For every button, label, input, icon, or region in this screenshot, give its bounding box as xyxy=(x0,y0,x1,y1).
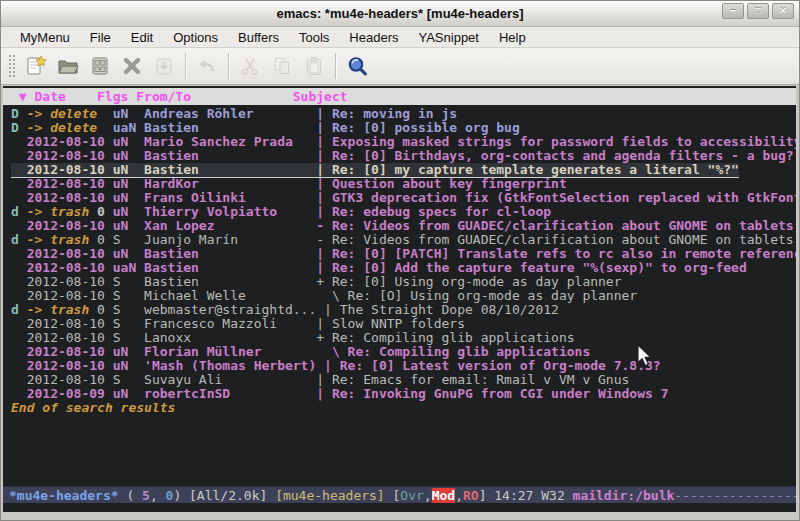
minimize-button[interactable]: – xyxy=(722,3,744,19)
message-row-text: 2012-08-10 S Bastien + Re: [0] Using org… xyxy=(11,274,622,289)
message-row[interactable]: D -> delete uN Andreas Röhler | Re: movi… xyxy=(11,107,796,121)
date-field: 2012-08-10 xyxy=(27,316,105,331)
flags-field: uaN xyxy=(113,260,144,275)
open-file-button[interactable] xyxy=(52,51,84,81)
from-field: Bastien xyxy=(144,246,316,261)
modeline-segment-plain: [ xyxy=(385,488,401,503)
menu-item-help[interactable]: Help xyxy=(490,28,535,47)
flags-field: uN xyxy=(113,386,144,401)
toolbar-drag-handle[interactable] xyxy=(7,53,16,79)
from-field: Mario Sanchez Prada xyxy=(144,134,316,149)
date-field: 2012-08-10 xyxy=(27,246,105,261)
mark-char: d xyxy=(11,204,27,219)
message-row[interactable]: d -> trash 0 S Juanjo Marín - Re: Videos… xyxy=(11,233,796,247)
menu-item-options[interactable]: Options xyxy=(164,28,227,47)
message-row[interactable]: D -> delete uaN Bastien | Re: [0] possib… xyxy=(11,121,796,135)
flags-field: S xyxy=(113,330,144,345)
date-pad xyxy=(105,274,113,289)
date-field: 2012-08-10 xyxy=(27,288,105,303)
undo-button xyxy=(191,51,223,81)
message-row-text: 2012-08-10 S Suvayu Ali | Re: Emacs for … xyxy=(11,372,629,387)
date-pad xyxy=(105,148,113,163)
message-row[interactable]: d -> trash 0 S webmaster@straightd... | … xyxy=(11,303,796,317)
message-row[interactable]: 2012-08-10 uaN Bastien | Re: [0] Add the… xyxy=(11,261,796,275)
date-pad: 0 xyxy=(89,232,112,247)
from-field: Juanjo Marín xyxy=(144,232,316,247)
flags-field: uN xyxy=(113,148,144,163)
paste-icon xyxy=(303,55,325,77)
message-row[interactable]: 2012-08-10 uN 'Mash (Thomas Herbert) | R… xyxy=(11,359,796,373)
save-buffer-button[interactable] xyxy=(84,51,116,81)
subject-field: Re: [O] Using org-mode as day planner xyxy=(348,288,638,303)
flags-field: uN xyxy=(113,106,144,121)
menu-item-headers[interactable]: Headers xyxy=(340,28,407,47)
subject-field: Re: [0] [PATCH] Translate refs to rc als… xyxy=(332,246,796,261)
menu-item-file[interactable]: File xyxy=(81,28,120,47)
menu-item-edit[interactable]: Edit xyxy=(122,28,162,47)
close-buffer-button[interactable] xyxy=(116,51,148,81)
message-row-text: 2012-08-09 uN robertcInSD | Re: Invoking… xyxy=(11,386,668,401)
message-row[interactable]: 2012-08-10 uN Bastien | Re: [0] my captu… xyxy=(11,163,796,177)
close-button[interactable]: × xyxy=(772,3,794,19)
date-field: 2012-08-10 xyxy=(27,134,105,149)
mark-char xyxy=(11,134,27,149)
subject-field: Re: [0] my capture template generates a … xyxy=(332,162,739,177)
menu-item-yasnippet[interactable]: YASnippet xyxy=(409,28,487,47)
menu-item-mymenu[interactable]: MyMenu xyxy=(11,28,79,47)
date-pad xyxy=(105,358,113,373)
date-pad xyxy=(105,344,113,359)
subject-field: Re: Compiling glib applications xyxy=(348,344,591,359)
menu-item-tools[interactable]: Tools xyxy=(290,28,338,47)
thread-prefix: | xyxy=(316,106,332,121)
maximize-button[interactable]: □ xyxy=(747,3,769,19)
message-row[interactable]: 2012-08-10 uN Bastien | Re: [0] [PATCH] … xyxy=(11,247,796,261)
flags-field: S xyxy=(113,316,144,331)
date-field: 2012-08-10 xyxy=(27,330,105,345)
open-file-icon xyxy=(57,55,79,77)
titlebar[interactable]: emacs: *mu4e-headers* [mu4e-headers] – □… xyxy=(1,1,799,27)
message-row[interactable]: 2012-08-10 uN Mario Sanchez Prada | Expo… xyxy=(11,135,796,149)
mark-char xyxy=(11,358,27,373)
message-row[interactable]: d -> trash 0 uN Thierry Volpiatto | Re: … xyxy=(11,205,796,219)
mark-char xyxy=(11,218,27,233)
date-field: 2012-08-10 xyxy=(27,260,105,275)
modeline-segment-folder: maildir:/bulk xyxy=(573,488,675,503)
mark-action: -> trash xyxy=(27,232,90,247)
mark-action: -> trash xyxy=(27,204,90,219)
message-row[interactable]: 2012-08-09 uN robertcInSD | Re: Invoking… xyxy=(11,387,796,401)
date-pad xyxy=(105,176,113,191)
modeline-segment-plain: , xyxy=(455,488,463,503)
mode-line[interactable]: *mu4e-headers* ( 5, 0) [All/2.0k] [mu4e-… xyxy=(3,486,796,503)
message-row-text: 2012-08-10 uN Xan Lopez - Re: Videos fro… xyxy=(11,218,794,233)
modeline-segment-mode: [mu4e-headers] xyxy=(275,488,385,503)
message-row[interactable]: 2012-08-10 S Francesco Mazzoli | Slow NN… xyxy=(11,317,796,331)
message-row-text: 2012-08-10 uN HardKor | Question about k… xyxy=(11,176,567,191)
modeline-segment-dashes: ----------------------------------------… xyxy=(674,488,796,503)
thread-prefix: | xyxy=(316,162,332,177)
mark-char xyxy=(11,190,27,205)
thread-prefix: | xyxy=(316,176,332,191)
tool-bar xyxy=(1,48,799,85)
mark-char xyxy=(11,260,27,275)
message-row-text: D -> delete uN Andreas Röhler | Re: movi… xyxy=(11,106,457,121)
menu-item-buffers[interactable]: Buffers xyxy=(229,28,288,47)
message-row[interactable]: 2012-08-10 S Bastien + Re: [0] Using org… xyxy=(11,275,796,289)
subject-field: GTK3 deprecation fix (GtkFontSelection r… xyxy=(332,190,796,205)
message-row[interactable]: 2012-08-10 uN Xan Lopez - Re: Videos fro… xyxy=(11,219,796,233)
new-file-button[interactable] xyxy=(20,51,52,81)
message-row[interactable]: 2012-08-10 uN Frans Oilinki | GTK3 depre… xyxy=(11,191,796,205)
mark-char: D xyxy=(11,106,27,121)
message-row[interactable]: 2012-08-10 uN Florian Müllner \ Re: Comp… xyxy=(11,345,796,359)
thread-prefix: | xyxy=(316,120,332,135)
message-row[interactable]: 2012-08-10 uN Bastien | Re: [0] Birthday… xyxy=(11,149,796,163)
flags-field: uN xyxy=(113,218,144,233)
thread-prefix: | xyxy=(316,134,332,149)
from-field: Michael Welle xyxy=(144,288,316,303)
message-row[interactable]: 2012-08-10 S Lanoxx + Re: Compiling glib… xyxy=(11,331,796,345)
message-row[interactable]: 2012-08-10 uN HardKor | Question about k… xyxy=(11,177,796,191)
message-row[interactable]: 2012-08-10 S Michael Welle \ Re: [O] Usi… xyxy=(11,289,796,303)
message-row-text: 2012-08-10 S Francesco Mazzoli | Slow NN… xyxy=(11,316,465,331)
date-pad xyxy=(105,246,113,261)
message-row[interactable]: 2012-08-10 S Suvayu Ali | Re: Emacs for … xyxy=(11,373,796,387)
search-button[interactable] xyxy=(341,51,373,81)
